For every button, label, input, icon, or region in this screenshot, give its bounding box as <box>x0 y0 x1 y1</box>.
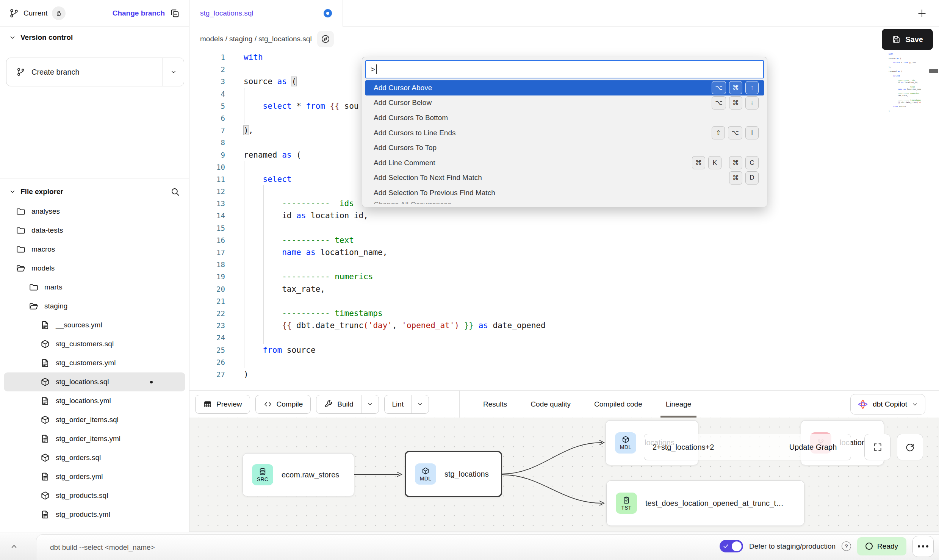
lineage-selector-input[interactable]: 2+stg_locations+2 <box>644 434 775 460</box>
palette-item-add-line-comment[interactable]: Add Line Comment⌘K⌘C <box>365 155 764 171</box>
search-icon[interactable] <box>170 187 180 197</box>
tab-compiled-code[interactable]: Compiled code <box>594 391 642 418</box>
line-number: 12 <box>189 185 244 197</box>
result-tabs: ResultsCode qualityCompiled codeLineage <box>483 391 691 418</box>
file-item--sources-yml[interactable]: __sources.yml <box>4 316 185 335</box>
compass-icon[interactable] <box>317 31 334 47</box>
palette-item-add-cursor-below[interactable]: Add Cursor Below⌥⌘↓ <box>365 95 764 111</box>
file-item-stg-customers-yml[interactable]: stg_customers.yml <box>4 354 185 372</box>
code-line-15[interactable]: 15 <box>189 222 939 234</box>
code-line-21[interactable]: 21 <box>189 295 939 307</box>
file-item-macros[interactable]: macros <box>4 240 185 259</box>
code-line-19[interactable]: 19 ---------- numerics <box>189 271 939 283</box>
chevron-up-icon[interactable] <box>9 532 19 560</box>
lineage-node-stg-locations[interactable]: MDL stg_locations <box>405 451 502 497</box>
refresh-button[interactable] <box>897 434 923 460</box>
line-number: 24 <box>189 332 244 344</box>
build-button[interactable]: Build <box>316 395 379 414</box>
file-item-stg-locations-yml[interactable]: stg_locations.yml <box>4 391 185 410</box>
keycap: ⌥ <box>728 126 742 139</box>
file-item-stg-orders-yml[interactable]: stg_orders.yml <box>4 467 185 486</box>
line-number: 11 <box>189 173 244 185</box>
editor-toolbar: Preview Compile Build <box>189 390 939 418</box>
code-line-16[interactable]: 16 ---------- text <box>189 234 939 246</box>
palette-item-label: Add Cursor Below <box>374 99 432 107</box>
file-item-stg-order-items-sql[interactable]: stg_order_items.sql <box>4 410 185 429</box>
build-dropdown[interactable] <box>361 395 379 413</box>
palette-item-add-cursor-above[interactable]: Add Cursor Above⌥⌘↑ <box>365 80 764 95</box>
copy-icon[interactable] <box>169 8 180 19</box>
file-item-marts[interactable]: marts <box>4 278 185 297</box>
file-item-data-tests[interactable]: data-tests <box>4 221 185 240</box>
file-item-analyses[interactable]: analyses <box>4 202 185 221</box>
node-label: ecom.raw_stores <box>282 471 339 479</box>
tab-results[interactable]: Results <box>483 391 507 418</box>
palette-item-change-all-occurrences[interactable]: Change All Occurrences <box>365 200 764 204</box>
palette-item-label: Add Line Comment <box>374 159 435 167</box>
update-graph-button[interactable]: Update Graph <box>775 434 851 460</box>
defer-toggle[interactable] <box>720 540 743 552</box>
file-item-staging[interactable]: staging <box>4 297 185 316</box>
version-control-header[interactable]: Version control <box>9 33 73 42</box>
command-palette-list: Add Cursor Above⌥⌘↑Add Cursor Below⌥⌘↓Ad… <box>365 80 764 204</box>
minimap[interactable]: withsource as ( select * from {{ sou),re… <box>889 53 921 117</box>
file-item-label: data-tests <box>31 226 63 235</box>
code-line-17[interactable]: 17 name as location_name, <box>189 246 939 258</box>
palette-item-add-cursors-to-top[interactable]: Add Cursors To Top <box>365 140 764 155</box>
lint-button[interactable]: Lint <box>384 395 429 414</box>
lineage-selector-bar: 2+stg_locations+2 Update Graph <box>644 434 851 460</box>
code-line-18[interactable]: 18 <box>189 258 939 271</box>
fullscreen-button[interactable] <box>864 434 890 460</box>
create-branch-button[interactable]: Create branch <box>6 58 184 86</box>
keycap: C <box>745 156 759 169</box>
clipboard-check-icon <box>622 496 631 504</box>
branch-locked-badge <box>52 6 66 20</box>
compile-button[interactable]: Compile <box>255 395 311 414</box>
status-ring-icon <box>865 543 873 550</box>
code-line-26[interactable]: 26 <box>189 356 939 368</box>
minimap-slider[interactable] <box>929 69 938 73</box>
file-item-stg-products-sql[interactable]: stg_products.sql <box>4 486 185 505</box>
palette-item-add-selection-to-next-find-match[interactable]: Add Selection To Next Find Match⌘D <box>365 171 764 186</box>
lint-dropdown[interactable] <box>411 395 429 413</box>
lineage-node-source[interactable]: SRC ecom.raw_stores <box>243 453 354 496</box>
code-line-20[interactable]: 20 tax_rate, <box>189 283 939 295</box>
file-item-models[interactable]: models <box>4 259 185 278</box>
preview-button[interactable]: Preview <box>195 395 250 414</box>
model-icon <box>40 377 50 387</box>
palette-item-add-cursors-to-bottom[interactable]: Add Cursors To Bottom <box>365 110 764 125</box>
change-branch-link[interactable]: Change branch <box>113 9 165 17</box>
help-icon[interactable]: ? <box>842 541 851 551</box>
more-options-button[interactable] <box>912 536 934 557</box>
file-item-stg-orders-sql[interactable]: stg_orders.sql <box>4 448 185 467</box>
command-palette-input[interactable]: > <box>365 60 764 78</box>
create-branch-dropdown[interactable] <box>163 58 184 86</box>
dbt-copilot-button[interactable]: dbt Copilot <box>850 394 925 415</box>
code-line-27[interactable]: 27) <box>189 368 939 380</box>
tab-lineage[interactable]: Lineage <box>666 391 692 418</box>
palette-item-add-cursors-to-line-ends[interactable]: Add Cursors to Line Ends⇧⌥I <box>365 125 764 141</box>
code-line-25[interactable]: 25 from source <box>189 344 939 356</box>
file-item-stg-order-items-yml[interactable]: stg_order_items.yml <box>4 429 185 448</box>
file-item-stg-customers-sql[interactable]: stg_customers.sql <box>4 335 185 354</box>
database-icon <box>258 468 267 476</box>
palette-item-label: Add Cursor Above <box>374 84 432 92</box>
create-branch-label: Create branch <box>31 68 80 77</box>
code-line-22[interactable]: 22 ---------- timestamps <box>189 307 939 319</box>
lineage-node-test[interactable]: TST test_does_location_opened_at_trunc_t… <box>606 480 804 526</box>
code-line-23[interactable]: 23 {{ dbt.date_trunc('day', 'opened_at')… <box>189 319 939 332</box>
ready-status-button[interactable]: Ready <box>857 537 906 555</box>
code-line-24[interactable]: 24 <box>189 332 939 344</box>
defer-label: Defer to staging/production <box>749 542 836 551</box>
palette-item-add-selection-to-previous-find-match[interactable]: Add Selection To Previous Find Match <box>365 185 764 200</box>
lineage-panel[interactable]: SRC ecom.raw_stores MDL stg_locations MD… <box>189 418 939 532</box>
tab-code-quality[interactable]: Code quality <box>531 391 571 418</box>
tab-stg-locations[interactable]: stg_locations.sql <box>189 0 343 27</box>
code-line-14[interactable]: 14 id as location_id, <box>189 210 939 222</box>
save-button[interactable]: Save <box>882 29 933 50</box>
file-item-stg-products-yml[interactable]: stg_products.yml <box>4 505 185 524</box>
new-tab-plus-icon[interactable] <box>916 8 928 19</box>
chevron-down-icon[interactable] <box>9 188 16 195</box>
keycap: ↑ <box>745 81 759 94</box>
file-item-stg-locations-sql[interactable]: stg_locations.sql <box>4 372 185 391</box>
